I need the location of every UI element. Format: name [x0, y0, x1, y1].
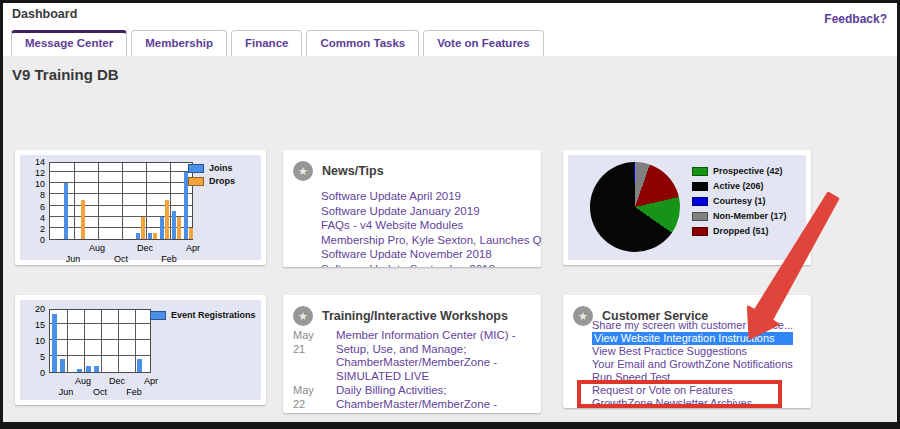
training-event-row: May 22Daily Billing Activities; ChamberM… [293, 384, 535, 413]
chart-bar [184, 172, 188, 239]
x-axis-tick-label: Apr [144, 376, 158, 386]
training-workshops-title: Training/Interactive Workshops [322, 309, 508, 323]
legend-label: Drops [209, 176, 235, 186]
gridline [122, 163, 123, 239]
customer-service-link[interactable]: Your Email and GrowthZone Notifications [592, 358, 793, 371]
pie-legend: Prospective (42)Active (206)Courtesy (1)… [692, 166, 787, 241]
chart-bar [64, 183, 68, 239]
y-axis-tick-label: 12 [23, 168, 45, 178]
chart-bar [86, 366, 91, 372]
news-link[interactable]: FAQs - v4 Website Modules [321, 218, 541, 233]
news-link[interactable]: Software Update September 2018 [321, 262, 541, 267]
training-event-link[interactable]: Daily Billing Activities; ChamberMaster/… [336, 384, 535, 413]
chart-bar [172, 211, 176, 239]
y-axis-tick-label: 5 [23, 352, 45, 362]
customer-service-link[interactable]: View Best Practice Suggestions [592, 345, 793, 358]
chart-bar [148, 233, 152, 239]
legend-row: Courtesy (1) [692, 196, 787, 206]
legend-swatch [150, 311, 166, 320]
chart-bar [165, 200, 169, 239]
window-title: Dashboard [12, 7, 77, 21]
x-axis-tick-label: Jun [66, 254, 81, 264]
gridline [118, 310, 119, 372]
news-tips-panel: ★ News/Tips Software Update April 2019So… [283, 150, 541, 267]
gridline [146, 163, 147, 239]
membership-status-chart: Prospective (42)Active (206)Courtesy (1)… [568, 155, 806, 260]
y-axis-tick-label: 0 [23, 235, 45, 245]
chart-legend: Event Registrations [150, 310, 256, 323]
x-axis-tick-label: Dec [137, 243, 153, 253]
news-link[interactable]: Software Update November 2018 [321, 247, 541, 262]
legend-swatch [188, 164, 204, 173]
y-axis-tick-label: 8 [23, 190, 45, 200]
x-axis-tick-label: Feb [126, 387, 142, 397]
gridline [98, 163, 99, 239]
tab-finance[interactable]: Finance [231, 30, 302, 56]
content-area: V9 Training DB 02468101214AugDecAprJunOc… [3, 56, 897, 422]
tab-message-center[interactable]: Message Center [11, 30, 127, 56]
y-axis-tick-label: 4 [23, 213, 45, 223]
chart-bar [77, 369, 82, 372]
legend-label: Prospective (42) [713, 166, 783, 176]
chart-bar [141, 217, 145, 239]
x-axis-tick-label: Feb [161, 254, 177, 264]
membership-activity-panel: 02468101214AugDecAprJunOctFebJoinsDrops [15, 150, 266, 265]
star-icon: ★ [293, 161, 313, 181]
chart-bar [60, 359, 65, 372]
y-axis-tick-label: 14 [23, 157, 45, 167]
legend-swatch [692, 167, 708, 176]
chart-legend: JoinsDrops [188, 163, 235, 189]
chart-bar [52, 314, 57, 372]
tab-common-tasks[interactable]: Common Tasks [306, 30, 419, 56]
event-registrations-chart-plot [49, 309, 151, 373]
legend-label: Dropped (51) [713, 226, 769, 236]
training-event-date: May 22 [293, 384, 329, 413]
legend-label: Non-Member (17) [713, 211, 787, 221]
feedback-link[interactable]: Feedback? [824, 12, 887, 26]
customer-service-link[interactable]: GrowthZone Newsletter Archives [592, 397, 793, 408]
chart-bar [153, 233, 157, 239]
legend-row: Non-Member (17) [692, 211, 787, 221]
customer-service-link[interactable]: Request or Vote on Features [592, 384, 793, 397]
customer-service-link[interactable]: Run Speed Test [592, 371, 793, 384]
y-axis-tick-label: 0 [23, 368, 45, 378]
legend-row: Dropped (51) [692, 226, 787, 236]
tab-bar: Message CenterMembershipFinanceCommon Ta… [11, 30, 544, 56]
customer-service-link[interactable]: Share my screen with customer service... [592, 319, 793, 332]
training-workshops-list: May 21Member Information Center (MIC) - … [293, 329, 535, 413]
legend-label: Courtesy (1) [713, 196, 766, 206]
training-event-date: May 21 [293, 329, 329, 383]
y-axis-tick-label: 10 [23, 179, 45, 189]
event-registrations-panel: 05101520AugDecAprJunOctFebEvent Registra… [15, 295, 266, 405]
x-axis-tick-label: Jun [59, 387, 74, 397]
membership-activity-chart-plot [49, 162, 193, 240]
event-registrations-chart: 05101520AugDecAprJunOctFebEvent Registra… [20, 300, 261, 400]
y-axis-tick-label: 6 [23, 202, 45, 212]
gridline [74, 163, 75, 239]
y-axis-tick-label: 20 [23, 304, 45, 314]
x-axis-tick-label: Oct [93, 387, 107, 397]
tab-membership[interactable]: Membership [131, 30, 227, 56]
legend-swatch [692, 197, 708, 206]
news-link[interactable]: Membership Pro, Kyle Sexton, Launches Qu… [321, 233, 541, 248]
page-title: V9 Training DB [12, 66, 119, 83]
legend-swatch [188, 177, 204, 186]
customer-service-panel: ★ Customer Service Share my screen with … [563, 295, 811, 408]
legend-swatch [692, 227, 708, 236]
tab-vote-on-features[interactable]: Vote on Features [423, 30, 543, 56]
chart-bar [136, 233, 140, 239]
gridline [84, 310, 85, 372]
customer-service-link-highlighted[interactable]: View Website Integration Instructions [592, 332, 793, 345]
chart-bar [137, 359, 142, 372]
training-event-link[interactable]: Member Information Center (MIC) - Setup,… [336, 329, 535, 383]
news-link[interactable]: Software Update April 2019 [321, 189, 541, 204]
chart-bar [189, 228, 193, 239]
membership-status-panel: Prospective (42)Active (206)Courtesy (1)… [563, 150, 811, 265]
training-workshops-panel: ★ Training/Interactive Workshops May 21M… [283, 295, 541, 413]
news-link[interactable]: Software Update January 2019 [321, 204, 541, 219]
x-axis-tick-label: Dec [109, 376, 125, 386]
gridline [67, 310, 68, 372]
x-axis-tick-label: Aug [75, 376, 91, 386]
y-axis-tick-label: 2 [23, 224, 45, 234]
x-axis-tick-label: Aug [89, 243, 105, 253]
